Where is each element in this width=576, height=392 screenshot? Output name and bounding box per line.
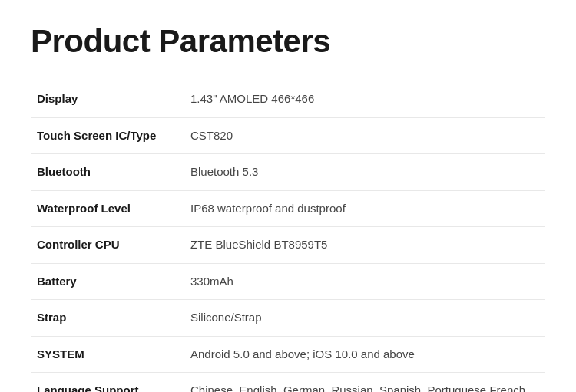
param-label: Language Support [31, 373, 184, 393]
table-row: Controller CPUZTE BlueShield BT8959T5 [31, 227, 545, 264]
param-value: CST820 [184, 117, 545, 154]
table-row: Display1.43" AMOLED 466*466 [31, 81, 545, 117]
param-label: Controller CPU [31, 227, 184, 264]
param-value: Silicone/Strap [184, 300, 545, 337]
param-value: Bluetooth 5.3 [184, 154, 545, 191]
param-value: 1.43" AMOLED 466*466 [184, 81, 545, 117]
table-row: Waterproof LevelIP68 waterproof and dust… [31, 190, 545, 227]
param-label: Bluetooth [31, 154, 184, 191]
param-label: Battery [31, 263, 184, 300]
param-value: IP68 waterproof and dustproof [184, 190, 545, 227]
table-row: Touch Screen IC/TypeCST820 [31, 117, 545, 154]
table-row: Battery330mAh [31, 263, 545, 300]
table-row: SYSTEMAndroid 5.0 and above; iOS 10.0 an… [31, 336, 545, 373]
param-label: Display [31, 81, 184, 117]
param-label: Waterproof Level [31, 190, 184, 227]
table-row: BluetoothBluetooth 5.3 [31, 154, 545, 191]
param-label: Strap [31, 300, 184, 337]
param-value: Chinese, English, German, Russian, Spani… [184, 373, 545, 393]
product-params-table: Display1.43" AMOLED 466*466Touch Screen … [31, 81, 545, 392]
param-label: SYSTEM [31, 336, 184, 373]
param-value: Android 5.0 and above; iOS 10.0 and abov… [184, 336, 545, 373]
param-value: 330mAh [184, 263, 545, 300]
table-row: StrapSilicone/Strap [31, 300, 545, 337]
page-title: Product Parameters [31, 23, 545, 60]
table-row: Language SupportChinese, English, German… [31, 373, 545, 393]
param-value: ZTE BlueShield BT8959T5 [184, 227, 545, 264]
param-label: Touch Screen IC/Type [31, 117, 184, 154]
